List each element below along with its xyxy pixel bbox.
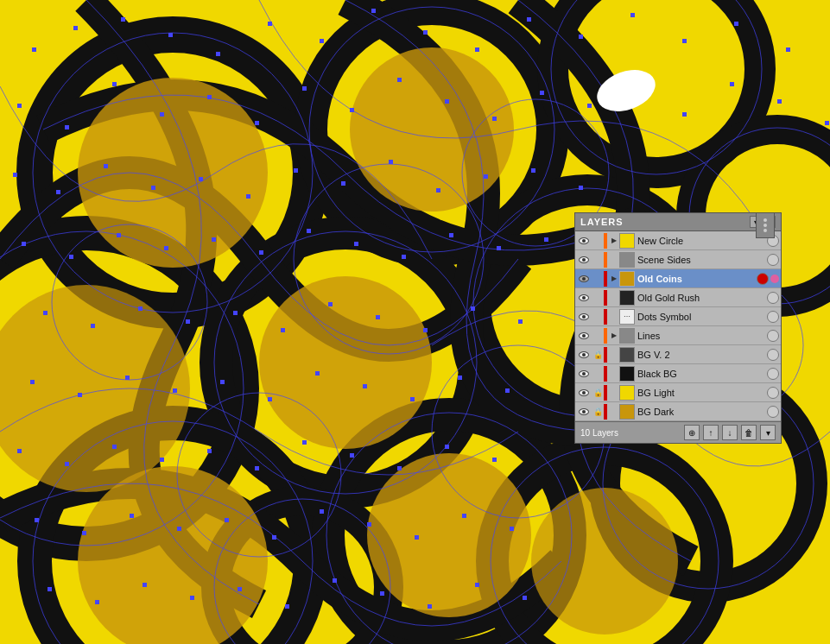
layer-target-btn[interactable]	[767, 292, 779, 304]
layer-visibility-toggle[interactable]	[577, 405, 591, 419]
layer-color-indicator	[604, 347, 607, 363]
svg-rect-92	[354, 242, 358, 246]
layer-color-indicator	[604, 404, 607, 420]
layer-row-bg-dark[interactable]: 🔒 BG Dark	[575, 402, 781, 421]
layer-expand-btn[interactable]	[609, 312, 619, 322]
layer-row-lines[interactable]: ▶ Lines	[575, 326, 781, 345]
layer-target-btn[interactable]	[767, 349, 779, 361]
layer-color-indicator	[604, 309, 607, 325]
layer-lock-toggle[interactable]	[592, 291, 604, 305]
layer-lock-toggle[interactable]	[592, 329, 604, 343]
svg-rect-78	[294, 168, 298, 173]
svg-rect-137	[367, 522, 371, 527]
svg-rect-100	[186, 319, 190, 324]
svg-rect-47	[475, 47, 479, 52]
svg-rect-117	[458, 376, 462, 380]
layer-lock-toggle[interactable]: 🔒	[592, 386, 604, 400]
svg-rect-101	[233, 311, 238, 315]
svg-rect-129	[492, 458, 497, 462]
layer-row-bg-light[interactable]: 🔒 BG Light	[575, 383, 781, 402]
svg-rect-49	[579, 35, 583, 39]
layer-expand-btn[interactable]	[609, 350, 619, 360]
layer-visibility-toggle[interactable]	[577, 329, 591, 343]
layer-visibility-toggle[interactable]	[577, 386, 591, 400]
layer-visibility-toggle[interactable]	[577, 234, 591, 248]
svg-rect-131	[82, 531, 86, 535]
layer-row-old-coins[interactable]: ▶ Old Coins	[575, 269, 781, 288]
layer-lock-toggle[interactable]	[592, 253, 604, 267]
svg-point-18	[367, 453, 531, 617]
svg-rect-135	[272, 535, 276, 540]
layer-expand-btn[interactable]	[609, 293, 619, 303]
layer-row-scene-sides[interactable]: Scene Sides	[575, 250, 781, 269]
svg-rect-53	[786, 47, 790, 52]
svg-rect-124	[255, 466, 259, 470]
layer-lock-toggle[interactable]: 🔒	[592, 405, 604, 419]
layer-thumbnail	[619, 290, 635, 306]
layer-target-btn[interactable]	[767, 406, 779, 418]
layer-thumbnail	[619, 404, 635, 420]
panel-options-button[interactable]: ▾	[760, 425, 776, 440]
layer-row-dots-symbol[interactable]: ⋯ Dots Symbol	[575, 307, 781, 326]
svg-rect-142	[95, 600, 99, 604]
layer-expand-btn[interactable]	[609, 407, 619, 417]
layer-name-bg-dark: BG Dark	[637, 407, 765, 417]
svg-rect-121	[112, 445, 117, 449]
layer-target-btn[interactable]	[767, 368, 779, 380]
layer-expand-btn[interactable]	[609, 255, 619, 265]
delete-layer-button[interactable]: 🗑	[741, 425, 757, 440]
layer-lock-toggle[interactable]	[592, 310, 604, 324]
layer-color-indicator	[604, 252, 607, 268]
layer-row-old-gold-rush[interactable]: Old Gold Rush	[575, 288, 781, 307]
layer-count-label: 10 Layers	[580, 428, 681, 438]
layer-target-btn[interactable]	[767, 330, 779, 342]
layer-active-indicator	[770, 275, 779, 283]
svg-rect-66	[587, 104, 592, 108]
layer-lock-toggle[interactable]	[592, 367, 604, 381]
layer-lock-toggle[interactable]: 🔒	[592, 348, 604, 362]
layer-expand-btn[interactable]: ▶	[609, 274, 619, 284]
layer-expand-btn[interactable]	[609, 388, 619, 398]
layer-expand-btn[interactable]: ▶	[609, 331, 619, 341]
svg-rect-103	[328, 302, 333, 306]
layer-target-btn[interactable]	[757, 273, 769, 285]
svg-rect-59	[255, 121, 259, 125]
svg-rect-130	[35, 518, 39, 522]
svg-rect-55	[65, 125, 69, 129]
layer-row-bg-v2[interactable]: 🔒 BG V. 2	[575, 345, 781, 364]
layer-lock-toggle[interactable]	[592, 234, 604, 248]
layer-thumbnail	[619, 271, 635, 287]
svg-rect-140	[510, 527, 514, 531]
layer-visibility-toggle[interactable]	[577, 291, 591, 305]
svg-rect-95	[497, 246, 501, 250]
layer-visibility-toggle[interactable]	[577, 253, 591, 267]
svg-rect-51	[682, 39, 687, 43]
layer-visibility-toggle[interactable]	[577, 310, 591, 324]
svg-rect-52	[734, 22, 738, 26]
layer-target-btn[interactable]	[767, 387, 779, 399]
layer-name-black-bg: Black BG	[637, 369, 765, 379]
layer-row-new-circle[interactable]: ▶ New Circle	[575, 231, 781, 250]
svg-rect-136	[320, 509, 324, 514]
layer-lock-toggle[interactable]	[592, 272, 604, 286]
layer-target-btn[interactable]	[767, 254, 779, 266]
svg-rect-122	[160, 458, 164, 462]
panel-collapse-handle[interactable]	[756, 212, 775, 238]
layer-visibility-toggle[interactable]	[577, 367, 591, 381]
svg-rect-149	[428, 604, 432, 609]
layer-target-btn[interactable]	[767, 311, 779, 323]
svg-rect-88	[164, 246, 168, 250]
new-layer-button[interactable]: ⊕	[684, 425, 700, 440]
layer-visibility-toggle[interactable]	[577, 348, 591, 362]
svg-rect-114	[315, 371, 320, 376]
svg-rect-98	[91, 324, 95, 328]
move-layer-down-button[interactable]: ↓	[722, 425, 738, 440]
svg-rect-57	[160, 112, 164, 117]
layer-expand-btn[interactable]	[609, 369, 619, 379]
svg-rect-56	[112, 82, 117, 86]
layer-visibility-toggle[interactable]	[577, 272, 591, 286]
svg-rect-42	[216, 52, 220, 56]
layer-expand-btn[interactable]: ▶	[609, 236, 619, 246]
move-layer-up-button[interactable]: ↑	[703, 425, 719, 440]
layer-row-black-bg[interactable]: Black BG	[575, 364, 781, 383]
